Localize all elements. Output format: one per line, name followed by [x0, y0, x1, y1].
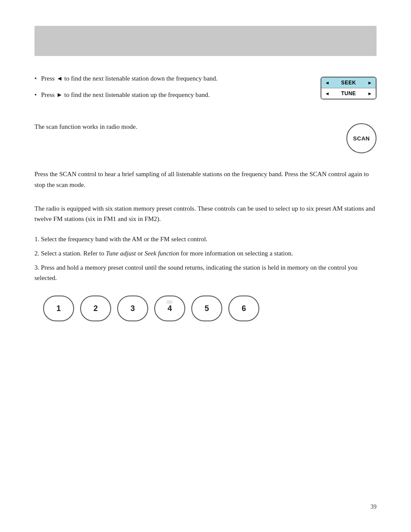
seek-tune-graphic: ◄ SEEK ► ◄ TUNE ►: [321, 77, 377, 100]
scan-text: The scan function works in radio mode.: [34, 121, 329, 132]
page-number: 39: [371, 504, 377, 510]
preset-btn-label-2: 2: [93, 304, 98, 313]
bullet-item-1: • Press ◄ to find the next listenable st…: [34, 73, 303, 84]
header-bar: [34, 26, 377, 56]
tune-arrow-left: ◄: [325, 91, 330, 96]
seek-tune-list: • Press ◄ to find the next listenable st…: [34, 73, 303, 100]
bullet-item-2: • Press ► to find the next listenable st…: [34, 90, 303, 100]
preset-section: The radio is equipped with six station m…: [34, 203, 377, 322]
seek-tune-box: ◄ SEEK ► ◄ TUNE ►: [321, 77, 377, 100]
seek-tune-section: • Press ◄ to find the next listenable st…: [34, 73, 377, 106]
bullet1-content: Press ◄ to find the next listenable stat…: [41, 73, 218, 84]
bullet-dot-2: •: [34, 90, 37, 100]
scan-graphic: SCAN: [346, 123, 377, 153]
step2-mid: or: [136, 250, 144, 257]
scan-intro: The scan function works in radio mode.: [34, 121, 329, 132]
preset-button-6[interactable]: 6: [228, 296, 259, 321]
preset-steps: 1. Select the frequency band with the AM…: [34, 234, 377, 283]
preset-btn-label-4: 4: [168, 304, 172, 313]
seek-arrow-left: ◄: [325, 80, 330, 85]
preset-step-2: 2. Select a station. Refer to Tune adjus…: [34, 248, 377, 259]
tune-row: ◄ TUNE ►: [321, 88, 376, 99]
preset-button-1[interactable]: 1: [43, 296, 74, 321]
preset-step-1: 1. Select the frequency band with the AM…: [34, 234, 377, 245]
bullet2-content: Press ► to find the next listenable stat…: [41, 90, 209, 100]
preset-step-3: 3. Press and hold a memory preset contro…: [34, 262, 377, 284]
tune-label: TUNE: [341, 90, 356, 96]
preset-btn-label-5: 5: [205, 304, 209, 313]
preset-btn-label-1: 1: [56, 304, 61, 313]
step2-italic1: Tune adjust: [106, 250, 136, 257]
preset-button-4[interactable]: □□ 4: [154, 296, 185, 321]
step2-prefix: 2. Select a station. Refer to: [34, 250, 106, 257]
preset-button-3[interactable]: 3: [117, 296, 148, 321]
content-area: • Press ◄ to find the next listenable st…: [34, 73, 377, 333]
scan-section: The scan function works in radio mode. S…: [34, 121, 377, 153]
preset-button-5[interactable]: 5: [191, 296, 222, 321]
scan-button-graphic: SCAN: [346, 123, 377, 153]
bullet-dot-1: •: [34, 73, 37, 84]
preset-button-2[interactable]: 2: [80, 296, 111, 321]
tune-arrow-right: ►: [367, 91, 372, 96]
step2-suffix: for more information on selecting a stat…: [179, 250, 293, 257]
preset-btn-label-6: 6: [242, 304, 246, 313]
seek-tune-text: • Press ◄ to find the next listenable st…: [34, 73, 303, 106]
scan-button-label: SCAN: [353, 135, 370, 142]
preset-btn-label-3: 3: [131, 304, 135, 313]
scan-description: Press the SCAN control to hear a brief s…: [34, 169, 377, 190]
step2-italic2: Seek function: [144, 250, 179, 257]
preset-intro: The radio is equipped with six station m…: [34, 203, 377, 225]
seek-label: SEEK: [341, 80, 356, 86]
page-container: • Press ◄ to find the next listenable st…: [0, 0, 411, 532]
seek-row: ◄ SEEK ►: [321, 78, 376, 88]
preset-buttons: 1 2 3 □□ 4 5 6: [34, 296, 377, 321]
seek-arrow-right: ►: [367, 80, 372, 85]
preset-btn-icon-4: □□: [167, 300, 173, 304]
